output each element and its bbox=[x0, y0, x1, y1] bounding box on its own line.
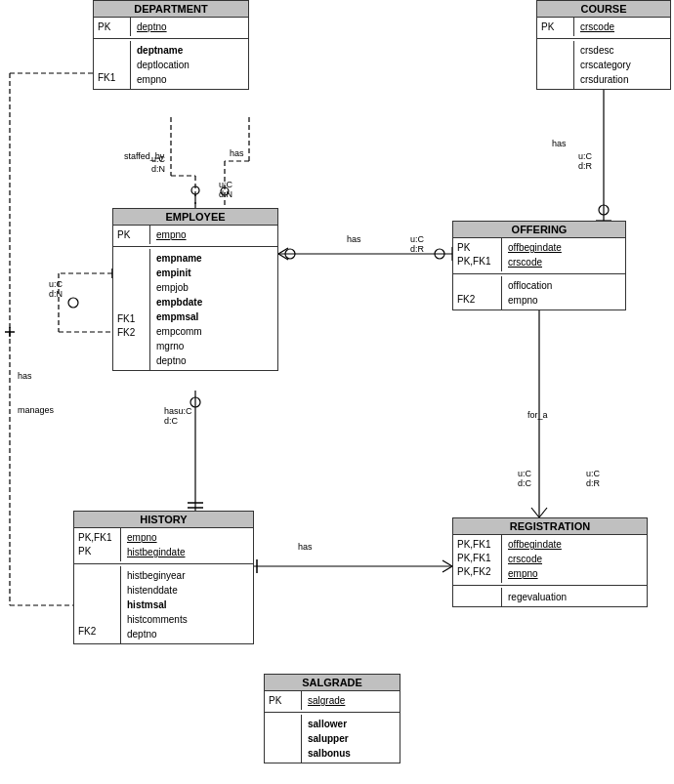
hist-attr-histmsal: histmsal bbox=[127, 598, 167, 612]
off-attr-offlocation: offlocation bbox=[508, 278, 552, 293]
emp-attr-empmsal: empmsal bbox=[156, 309, 198, 324]
reg-attr-regevaluation: regevaluation bbox=[508, 590, 567, 604]
emp-attr-empbdate: empbdate bbox=[156, 295, 202, 309]
entity-course-title: COURSE bbox=[537, 1, 670, 18]
dept-pk-label: PK bbox=[98, 20, 126, 33]
off-pk-label: PK bbox=[457, 240, 497, 254]
entity-offering-title: OFFERING bbox=[453, 222, 625, 238]
dept-attr-deptlocation: deptlocation bbox=[137, 58, 190, 72]
hist-attr-histcomments: histcomments bbox=[127, 612, 188, 627]
entity-department: DEPARTMENT PK deptno FK1 deptname deptlo… bbox=[93, 0, 249, 90]
emp-fk1-label: FK1 bbox=[117, 311, 146, 325]
dept-fk1-label: FK1 bbox=[98, 70, 126, 84]
off-attr-empno: empno bbox=[508, 293, 538, 308]
entity-salgrade: SALGRADE PK salgrade sallower salupper s… bbox=[264, 674, 400, 763]
dept-attr-empno: empno bbox=[137, 72, 167, 87]
course-pk-label: PK bbox=[541, 20, 569, 33]
hist-pk-label: PK bbox=[78, 544, 116, 557]
emp-attr-empjob: empjob bbox=[156, 280, 189, 295]
label-uc-dr-1: u:Cd:R bbox=[578, 151, 592, 171]
course-attr-crscode: crscode bbox=[580, 20, 614, 34]
hist-attr-empno: empno bbox=[127, 530, 157, 545]
svg-point-17 bbox=[599, 205, 609, 215]
sal-attr-salgrade: salgrade bbox=[308, 693, 345, 708]
svg-line-35 bbox=[539, 508, 547, 517]
emp-attr-empinit: empinit bbox=[156, 266, 191, 280]
entity-history-title: HISTORY bbox=[74, 512, 253, 528]
reg-attr-empno: empno bbox=[508, 566, 538, 581]
sal-attr-salupper: salupper bbox=[308, 731, 349, 746]
sal-attr-salbonus: salbonus bbox=[308, 746, 351, 761]
label-uc-dn-3: u:Cd:N bbox=[49, 279, 63, 299]
label-uc-dn-1: u:Cd:N bbox=[151, 154, 165, 174]
entity-department-title: DEPARTMENT bbox=[94, 1, 248, 18]
svg-line-10 bbox=[278, 248, 288, 254]
hist-pkfk1-label: PK,FK1 bbox=[78, 530, 116, 544]
off-pkfk1-label: PK,FK1 bbox=[457, 254, 497, 268]
svg-point-14 bbox=[435, 249, 444, 259]
course-attr-crsduration: crsduration bbox=[580, 72, 628, 87]
emp-attr-deptno: deptno bbox=[156, 353, 187, 368]
emp-attr-empcomm: empcomm bbox=[156, 324, 202, 339]
label-manages: manages bbox=[18, 405, 54, 415]
sal-attr-sallower: sallower bbox=[308, 717, 347, 731]
label-has-dept-emp: has bbox=[230, 148, 244, 158]
reg-pkfk2-label: PK,FK2 bbox=[457, 564, 497, 578]
off-attr-crscode: crscode bbox=[508, 255, 542, 269]
course-attr-crsdesc: crsdesc bbox=[580, 43, 613, 58]
label-uc-dr-3: u:Cd:R bbox=[586, 469, 600, 488]
reg-pkfk1-label: PK,FK1 bbox=[457, 537, 497, 551]
entity-salgrade-title: SALGRADE bbox=[265, 675, 400, 691]
diagram-container: staffed_by has has has has has manages f… bbox=[0, 0, 674, 784]
hist-attr-histbegindate: histbegindate bbox=[127, 545, 186, 559]
entity-offering: OFFERING PK PK,FK1 offbegindate crscode … bbox=[452, 221, 626, 310]
label-has-emp-offering: has bbox=[347, 234, 361, 244]
svg-line-11 bbox=[278, 254, 288, 260]
reg-attr-offbegindate: offbegindate bbox=[508, 537, 562, 552]
label-uc-dr-2: u:Cd:R bbox=[410, 234, 424, 254]
svg-point-12 bbox=[285, 249, 295, 259]
course-attr-crscategory: crscategory bbox=[580, 58, 631, 72]
svg-point-3 bbox=[191, 186, 199, 194]
dept-attr-deptno: deptno bbox=[137, 20, 167, 34]
entity-course: COURSE PK crscode crsdesc crscategory cr… bbox=[536, 0, 671, 90]
entity-employee: EMPLOYEE PK empno FK1 FK2 empname empini… bbox=[112, 208, 278, 371]
off-fk2-label: FK2 bbox=[457, 292, 497, 306]
off-attr-offbegindate: offbegindate bbox=[508, 240, 562, 255]
hist-attr-deptno: deptno bbox=[127, 627, 157, 641]
label-uc-dn-2: u:Cd:N bbox=[219, 180, 232, 199]
entity-employee-title: EMPLOYEE bbox=[113, 209, 277, 226]
label-has-emp-history: has bbox=[298, 542, 313, 552]
svg-point-21 bbox=[68, 298, 78, 308]
emp-attr-empname: empname bbox=[156, 251, 202, 266]
label-for-a: for_a bbox=[527, 410, 548, 420]
svg-line-30 bbox=[442, 566, 452, 572]
svg-line-34 bbox=[531, 508, 539, 517]
emp-fk2-label: FK2 bbox=[117, 325, 146, 339]
label-uc-dc-1: u:Cd:C bbox=[518, 469, 531, 488]
dept-attr-deptname: deptname bbox=[137, 43, 183, 58]
sal-pk-label: PK bbox=[269, 693, 297, 707]
diagram-lines bbox=[0, 0, 674, 784]
hist-fk2-label: FK2 bbox=[78, 624, 116, 638]
label-has-left: has bbox=[18, 371, 32, 381]
hist-attr-histbeginyear: histbeginyear bbox=[127, 568, 185, 583]
emp-attr-mgrno: mgrno bbox=[156, 339, 184, 353]
reg-attr-crscode: crscode bbox=[508, 552, 542, 566]
entity-registration: REGISTRATION PK,FK1 PK,FK1 PK,FK2 offbeg… bbox=[452, 517, 648, 607]
entity-registration-title: REGISTRATION bbox=[453, 518, 647, 535]
emp-pk-label: PK bbox=[117, 227, 146, 241]
emp-attr-empno: empno bbox=[156, 227, 187, 242]
reg-pkfk1b-label: PK,FK1 bbox=[457, 551, 497, 564]
hist-attr-histenddate: histenddate bbox=[127, 583, 178, 598]
label-hasu-c: hasu:Cd:C bbox=[164, 406, 192, 426]
svg-line-29 bbox=[442, 560, 452, 566]
label-has-course-offering: has bbox=[552, 139, 567, 148]
entity-history: HISTORY PK,FK1 PK empno histbegindate FK… bbox=[73, 511, 254, 644]
